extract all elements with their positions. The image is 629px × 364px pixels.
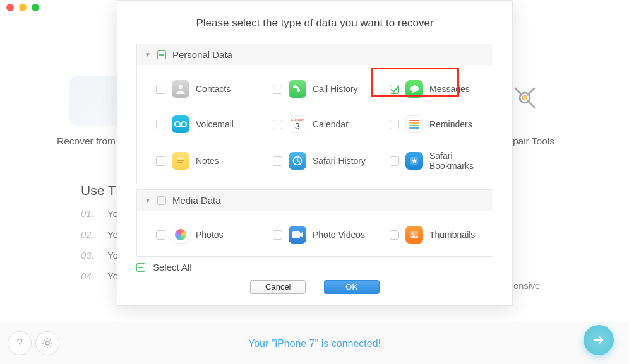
item-label: Reminders (429, 119, 472, 129)
item-label: Call History (313, 84, 358, 94)
section-header-label: Personal Data (172, 49, 232, 60)
item-safari-history[interactable]: Safari History (256, 142, 373, 180)
item-notes[interactable]: Notes (140, 142, 256, 180)
reminders-icon (405, 115, 423, 133)
svg-point-5 (175, 122, 180, 127)
svg-rect-9 (177, 160, 184, 161)
select-all-row[interactable]: Select All (136, 262, 493, 273)
checkbox[interactable] (390, 120, 399, 129)
arrow-right-icon (592, 333, 606, 347)
photo-videos-icon (289, 226, 306, 244)
checkbox[interactable] (273, 120, 282, 129)
checkbox[interactable] (273, 85, 282, 94)
notes-icon (172, 152, 189, 170)
media-data-section: ▼ Media Data Photos Photo Videos Thumbna… (136, 189, 493, 257)
step-number: 04. (81, 271, 101, 281)
svg-point-6 (181, 122, 186, 127)
thumbnails-icon (405, 226, 423, 244)
repair-tools-label: epair Tools (507, 136, 554, 147)
repair-tools-icon (509, 82, 541, 114)
select-all-label: Select All (153, 262, 192, 273)
voicemail-icon (172, 115, 189, 133)
item-label: Contacts (196, 84, 231, 94)
section-checkbox[interactable] (157, 196, 166, 205)
svg-point-3 (179, 85, 183, 89)
gear-icon (42, 338, 53, 349)
item-label: Voicemail (196, 119, 234, 129)
connection-status: Your "iPhone 7" is connected! (0, 322, 629, 364)
checkbox[interactable] (156, 156, 165, 166)
safari-history-icon (289, 152, 306, 170)
messages-icon (405, 80, 423, 98)
item-messages[interactable]: Messages (373, 71, 490, 107)
footer-bar: ? Your "iPhone 7" is connected! (0, 322, 629, 364)
step-number: 01. (81, 208, 101, 219)
svg-rect-10 (177, 162, 183, 163)
item-reminders[interactable]: Reminders (373, 107, 490, 142)
checkbox[interactable] (156, 230, 165, 240)
checkbox[interactable] (390, 156, 399, 166)
svg-line-23 (44, 346, 45, 347)
item-call-history[interactable]: Call History (256, 71, 373, 107)
item-voicemail[interactable]: Voicemail (140, 107, 256, 142)
item-label: Safari Bookmarks (429, 151, 484, 171)
photos-icon (172, 226, 189, 244)
safari-bookmarks-icon (405, 152, 423, 170)
contacts-icon (172, 80, 189, 98)
checkbox[interactable] (273, 156, 282, 166)
item-calendar[interactable]: Sunday3 Calendar (256, 107, 373, 142)
checkbox-checked[interactable] (390, 85, 399, 94)
item-label: Photos (196, 230, 224, 240)
settings-button[interactable] (35, 331, 59, 355)
cancel-button[interactable]: Cancel (250, 280, 306, 294)
section-header-label: Media Data (172, 195, 221, 206)
item-label: Photo Videos (313, 230, 365, 240)
question-icon: ? (16, 337, 22, 349)
personal-data-section: ▼ Personal Data Contacts Call History Me… (136, 44, 493, 184)
svg-line-24 (50, 340, 51, 341)
chevron-down-icon: ▼ (145, 51, 151, 58)
section-checkbox-indeterminate[interactable] (157, 50, 166, 59)
item-photo-videos[interactable]: Photo Videos (256, 217, 373, 252)
chevron-down-icon: ▼ (145, 197, 151, 204)
item-photos[interactable]: Photos (140, 217, 256, 252)
svg-point-2 (522, 95, 527, 100)
svg-point-4 (410, 85, 419, 91)
svg-line-22 (50, 346, 51, 347)
item-label: Safari History (313, 156, 366, 166)
next-button[interactable] (584, 325, 614, 355)
help-button[interactable]: ? (8, 331, 32, 355)
calendar-icon: Sunday3 (289, 115, 306, 133)
item-label: Messages (429, 84, 470, 94)
select-all-checkbox-indeterminate[interactable] (136, 263, 145, 272)
item-label: Notes (196, 156, 219, 166)
item-contacts[interactable]: Contacts (140, 71, 256, 107)
personal-data-header[interactable]: ▼ Personal Data (137, 44, 493, 65)
svg-line-21 (44, 340, 45, 341)
item-label: Thumbnails (429, 230, 475, 240)
svg-point-15 (412, 233, 414, 235)
checkbox[interactable] (273, 230, 282, 240)
modal-title: Please select the type of data you want … (117, 1, 512, 44)
media-data-header[interactable]: ▼ Media Data (137, 190, 493, 211)
item-safari-bookmarks[interactable]: Safari Bookmarks (373, 142, 490, 180)
svg-rect-13 (292, 231, 300, 238)
checkbox[interactable] (390, 230, 399, 240)
step-number: 02. (81, 229, 101, 240)
svg-rect-8 (177, 158, 184, 159)
select-data-type-modal: Please select the type of data you want … (117, 0, 513, 306)
step-number: 03. (81, 250, 101, 261)
phone-icon (289, 80, 306, 98)
svg-point-16 (45, 341, 49, 345)
ok-button[interactable]: OK (324, 280, 380, 294)
checkbox[interactable] (156, 85, 165, 94)
item-thumbnails[interactable]: Thumbnails (373, 217, 490, 252)
checkbox[interactable] (156, 120, 165, 129)
item-label: Calendar (313, 119, 349, 129)
